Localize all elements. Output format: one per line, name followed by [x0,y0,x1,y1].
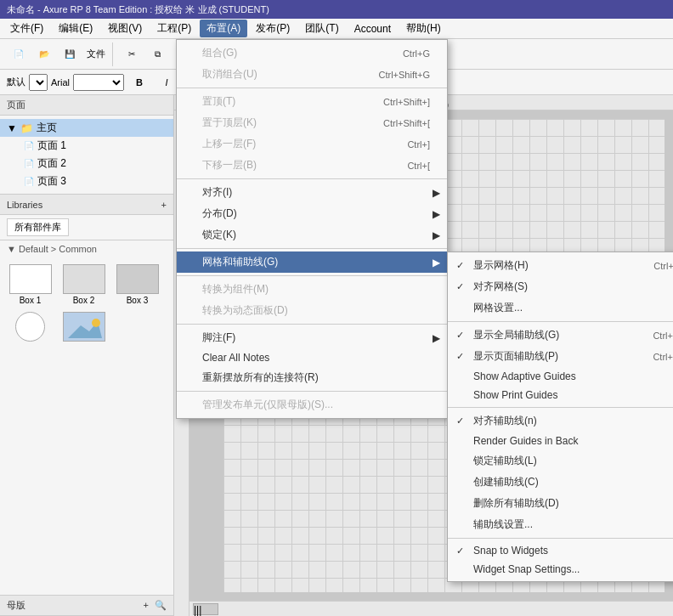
lock-arrow-icon: ▶ [433,229,440,241]
libraries-add-icon[interactable]: + [161,200,167,210]
separator-2 [177,178,447,179]
masters-icons: + 🔍 [144,600,167,611]
scrollbar-horizontal[interactable]: ||| [189,601,673,616]
submenu-show-grid[interactable]: ✓ 显示网格(H) Ctrl+' [448,255,673,276]
bold-button[interactable]: B [127,71,151,94]
submenu-show-print[interactable]: Show Print Guides [448,386,673,404]
up-layer-shortcut: Ctrl+] [382,139,430,150]
masters-search-icon[interactable]: 🔍 [155,600,167,610]
open-button[interactable]: 📂 [32,42,56,66]
lib-item-box1[interactable]: Box 1 [7,264,54,305]
submenu-widget-snap-settings[interactable]: Widget Snap Settings... [448,560,673,579]
group-name: Default > Common [19,244,97,254]
top-shortcut: Ctrl+Shift+] [358,97,430,107]
snap-widgets-label: Snap to Widgets [473,545,548,557]
arrange-to-component[interactable]: 转换为组件(M) [177,279,447,300]
lock-label: 锁定(K) [202,228,236,242]
lib-item-box2[interactable]: Box 2 [60,264,107,305]
footnote-label: 脚注(F) [202,331,235,345]
submenu-snap-widgets[interactable]: ✓ Snap to Widgets [448,541,673,560]
submenu-guide-settings[interactable]: 辅助线设置... [448,514,673,535]
submenu-show-page-guides[interactable]: ✓ 显示页面辅助线(P) Ctrl+, [448,346,673,367]
menu-team[interactable]: 团队(T) [298,20,345,37]
submenu-snap-guides[interactable]: ✓ 对齐辅助线(n) [448,410,673,432]
to-component-label: 转换为组件(M) [202,282,269,297]
snap-guides-label: 对齐辅助线(n) [473,414,537,428]
submenu-sep-2 [448,407,673,408]
arrange-up-layer[interactable]: 上移一层(F) Ctrl+] [177,133,447,155]
libraries-label: Libraries [7,200,42,210]
arrange-footnote[interactable]: 脚注(F) ▶ [177,327,447,348]
submenu-show-global-guides[interactable]: ✓ 显示全局辅助线(G) Ctrl+, [448,325,673,346]
expand-icon: ▼ [7,244,19,254]
page-item-1[interactable]: 📄 页面 1 [0,137,173,155]
lib-item-circle-preview [9,312,52,342]
scrollbar-thumb-h[interactable]: ||| [193,603,218,615]
style-label: 默认 [7,76,25,88]
show-global-check-icon: ✓ [456,330,464,341]
arrange-dropdown: 组合(G) Ctrl+G 取消组合(U) Ctrl+Shift+G 置顶(T) … [176,39,448,419]
arrange-top[interactable]: 置顶(T) Ctrl+Shift+] [177,91,447,112]
menu-account[interactable]: Account [348,21,398,37]
page-folder-home[interactable]: ▼ 📁 主页 [0,119,173,137]
arrange-group[interactable]: 组合(G) Ctrl+G [177,42,447,64]
font-select[interactable] [73,74,124,91]
masters-panel: 母版 + 🔍 [0,595,173,616]
page-item-3[interactable]: 📄 页面 3 [0,172,173,190]
masters-panel-header: 母版 + 🔍 [0,596,173,616]
style-select[interactable] [29,74,48,91]
lib-item-box3[interactable]: Box 3 [114,264,161,305]
submenu-render-back[interactable]: Render Guides in Back [448,432,673,450]
arrange-lock[interactable]: 锁定(K) ▶ [177,224,447,246]
menu-help[interactable]: 帮助(H) [399,20,448,37]
menu-view[interactable]: 视图(V) [101,20,149,37]
align-label: 对齐(I) [202,185,232,200]
submenu-create-guides[interactable]: 创建辅助线(C) [448,472,673,493]
submenu-delete-guides[interactable]: 删除所有辅助线(D) [448,493,673,514]
arrange-distribute[interactable]: 分布(D) ▶ [177,203,447,224]
show-page-guides-label: 显示页面辅助线(P) [473,349,558,364]
arrange-grid-guides[interactable]: 网格和辅助线(G) ▶ ✓ 显示网格(H) Ctrl+' ✓ 对齐网格(S) 网… [177,251,447,273]
grid-guides-arrow-icon: ▶ [433,257,440,268]
arrange-down-layer[interactable]: 下移一层(B) Ctrl+[ [177,155,447,176]
show-global-shortcut: Ctrl+, [636,331,673,341]
new-button[interactable]: 📄 [7,42,31,66]
menu-arrange[interactable]: 布置(A) [200,20,247,37]
separator-6 [177,391,447,392]
submenu-grid-settings[interactable]: 网格设置... [448,297,673,319]
arrange-clear-notes[interactable]: Clear All Notes [177,348,447,367]
group-label: 组合(G) [202,46,237,60]
cut-button[interactable]: ✂ [120,42,144,66]
image-placeholder-icon [64,313,105,342]
lib-item-circle[interactable] [7,312,54,343]
group-shortcut: Ctrl+G [377,48,430,59]
font-label: Arial [51,77,70,88]
arrange-reposition[interactable]: 重新摆放所有的连接符(R) [177,367,447,388]
lib-item-image[interactable] [60,312,107,343]
arrange-ungroup[interactable]: 取消组合(U) Ctrl+Shift+G [177,64,447,85]
page-icon-3: 📄 [24,177,34,186]
menu-edit[interactable]: 编辑(E) [52,20,99,37]
ungroup-shortcut: Ctrl+Shift+G [353,70,430,80]
masters-add-icon[interactable]: + [144,600,149,610]
submenu-lock-guides[interactable]: 锁定辅助线(L) [448,450,673,472]
arrange-bring-front[interactable]: 置于顶层(K) Ctrl+Shift+[ [177,112,447,133]
menu-publish[interactable]: 发布(P) [249,20,297,37]
arrange-align[interactable]: 对齐(I) ▶ [177,182,447,203]
italic-button[interactable]: I [155,71,178,94]
submenu-show-adaptive[interactable]: Show Adaptive Guides [448,367,673,386]
menu-project[interactable]: 工程(P) [150,20,198,37]
folder-label: 主页 [37,121,57,135]
arrange-manage-masters[interactable]: 管理发布单元(仅限母版)(S)... [177,394,447,415]
distribute-arrow-icon: ▶ [433,208,440,220]
all-libraries-button[interactable]: 所有部件库 [7,218,69,236]
arrange-to-dynamic[interactable]: 转换为动态面板(D) [177,300,447,321]
copy-button[interactable]: ⧉ [145,42,169,66]
save-button[interactable]: 💾 [58,42,82,66]
lib-item-box3-preview [116,264,159,294]
menu-file[interactable]: 文件(F) [3,20,50,37]
submenu-snap-grid[interactable]: ✓ 对齐网格(S) [448,276,673,297]
render-back-label: Render Guides in Back [473,435,578,447]
submenu-sep-3 [448,538,673,539]
page-item-2[interactable]: 📄 页面 2 [0,155,173,172]
